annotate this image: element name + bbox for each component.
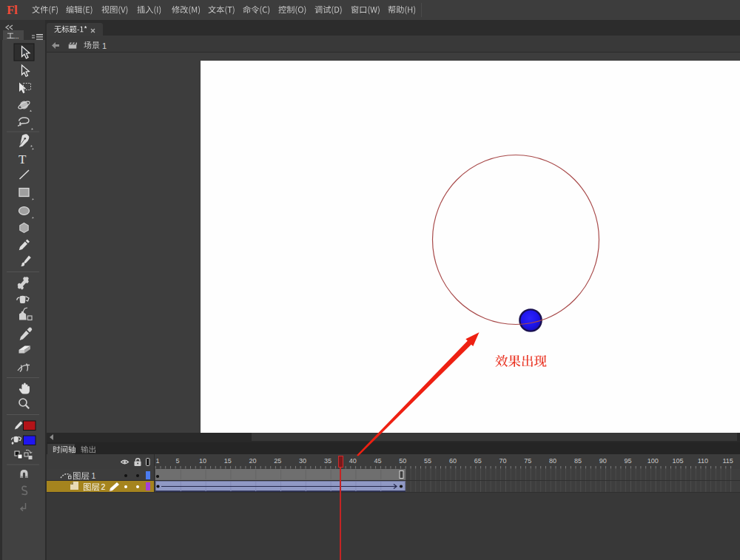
svg-text:T: T	[18, 152, 27, 166]
